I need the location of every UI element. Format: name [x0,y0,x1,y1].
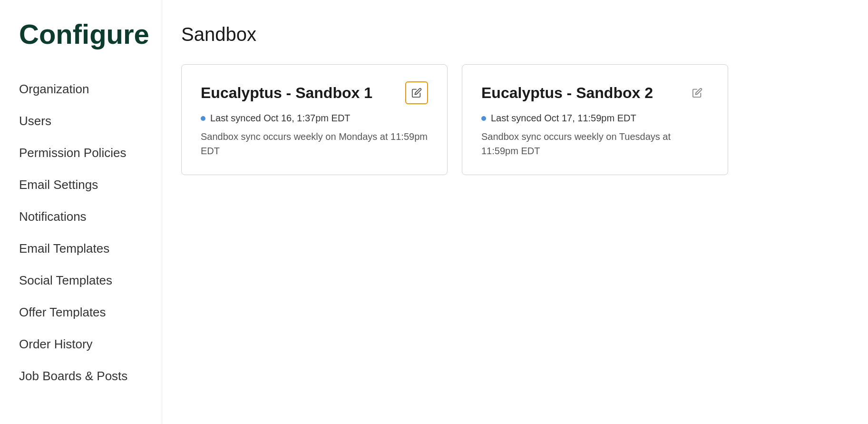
card-title: Eucalyptus - Sandbox 2 [481,84,653,102]
sidebar-item-email-templates[interactable]: Email Templates [19,233,147,265]
main-content: Sandbox Eucalyptus - Sandbox 1 Last sync… [162,0,868,424]
sidebar-item-order-history[interactable]: Order History [19,328,147,360]
sync-description: Sandbox sync occurs weekly on Tuesdays a… [481,129,709,158]
sync-description: Sandbox sync occurs weekly on Mondays at… [201,129,428,158]
sync-dot [481,116,486,121]
pencil-icon [692,88,702,98]
card-header: Eucalyptus - Sandbox 1 [201,81,428,104]
sidebar-item-email-settings[interactable]: Email Settings [19,169,147,201]
sync-dot [201,116,205,121]
sidebar-item-job-boards[interactable]: Job Boards & Posts [19,360,147,392]
sidebar: Configure OrganizationUsersPermission Po… [0,0,162,424]
sidebar-item-social-templates[interactable]: Social Templates [19,265,147,296]
sync-status: Last synced Oct 16, 1:37pm EDT [201,113,428,124]
nav-list: OrganizationUsersPermission PoliciesEmai… [19,73,147,392]
sync-status: Last synced Oct 17, 11:59pm EDT [481,113,709,124]
sync-text: Last synced Oct 16, 1:37pm EDT [210,113,351,124]
sidebar-item-offer-templates[interactable]: Offer Templates [19,296,147,328]
sandbox-grid: Eucalyptus - Sandbox 1 Last synced Oct 1… [181,64,839,175]
sync-text: Last synced Oct 17, 11:59pm EDT [491,113,636,124]
edit-button[interactable] [686,81,709,104]
sandbox-card-sandbox-1: Eucalyptus - Sandbox 1 Last synced Oct 1… [181,64,448,175]
sidebar-item-permission-policies[interactable]: Permission Policies [19,137,147,169]
page-layout: Configure OrganizationUsersPermission Po… [0,0,868,424]
sidebar-item-users[interactable]: Users [19,105,147,137]
card-header: Eucalyptus - Sandbox 2 [481,81,709,104]
sandbox-card-sandbox-2: Eucalyptus - Sandbox 2 Last synced Oct 1… [462,64,728,175]
edit-button-highlighted[interactable] [405,81,428,104]
page-title: Configure [19,19,147,49]
section-title: Sandbox [181,24,839,45]
sidebar-item-notifications[interactable]: Notifications [19,201,147,233]
pencil-icon [411,88,422,98]
card-title: Eucalyptus - Sandbox 1 [201,84,372,102]
sidebar-item-organization[interactable]: Organization [19,73,147,105]
